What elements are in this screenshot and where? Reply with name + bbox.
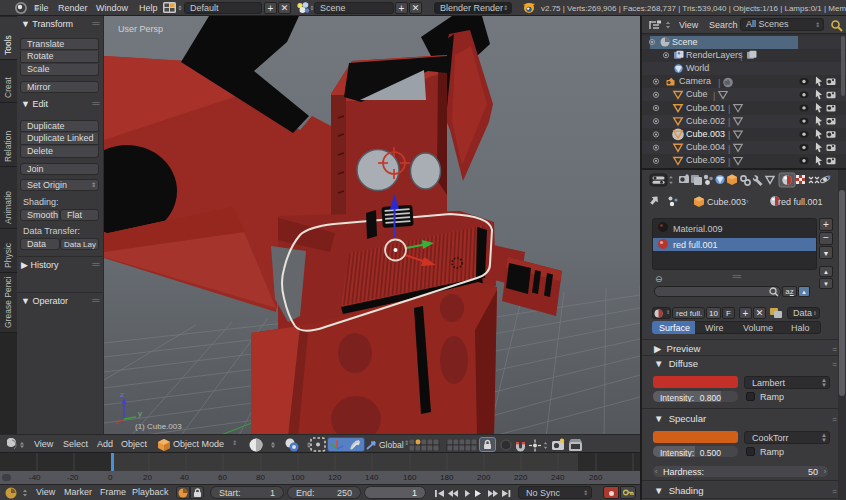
svg-text:|: | — [740, 51, 742, 61]
svg-text:(1) Cube.003: (1) Cube.003 — [135, 422, 182, 431]
svg-text:|: | — [728, 144, 730, 154]
svg-text:|: | — [728, 117, 730, 127]
svg-text:y: y — [138, 409, 142, 418]
svg-text:User Persp: User Persp — [118, 24, 163, 34]
svg-text:|: | — [728, 104, 730, 114]
svg-text:|: | — [713, 91, 715, 101]
svg-text:|: | — [718, 78, 720, 88]
svg-text:|: | — [728, 157, 730, 167]
svg-text:z: z — [120, 390, 124, 399]
svg-text:|: | — [728, 130, 730, 140]
